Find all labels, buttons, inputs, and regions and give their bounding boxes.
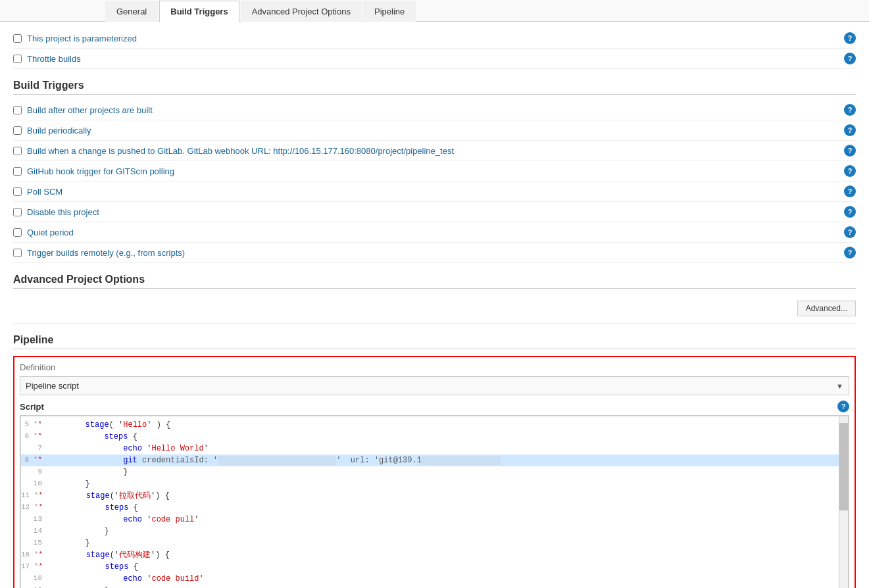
- script-label-row: Script ?: [20, 401, 849, 412]
- code-line-17: 17 * steps {: [21, 561, 848, 573]
- line-num-13: 13: [21, 514, 47, 525]
- code-line-8: 8 * git credentialsId: '' url: 'git@139.…: [21, 454, 848, 466]
- checkbox-disable: Disable this project ?: [13, 202, 856, 222]
- advanced-button[interactable]: Advanced...: [797, 301, 856, 316]
- code-line-12: 12 * steps {: [21, 502, 848, 514]
- checkbox-parameterized: This project is parameterized ?: [13, 28, 856, 49]
- tab-advanced-project-options[interactable]: Advanced Project Options: [241, 1, 362, 22]
- trigger-remote-label[interactable]: Trigger builds remotely (e.g., from scri…: [27, 248, 185, 258]
- github-hook-help-icon[interactable]: ?: [844, 165, 856, 177]
- line-num-11: 11 *: [21, 490, 48, 501]
- code-editor-container: 5 * stage( 'Hello' ) { 6 * steps { 7 ech…: [20, 415, 849, 588]
- poll-scm-label[interactable]: Poll SCM: [27, 187, 62, 197]
- code-line-16: 16 * stage('代码构建') {: [21, 549, 848, 561]
- code-line-13: 13 echo 'code pull': [21, 514, 848, 526]
- throttle-help-icon[interactable]: ?: [844, 53, 856, 64]
- parameterized-checkbox[interactable]: [13, 34, 22, 43]
- code-line-15: 15 }: [21, 537, 848, 549]
- tab-general[interactable]: General: [105, 1, 158, 22]
- tab-bar: General Build Triggers Advanced Project …: [0, 0, 869, 22]
- definition-label: Definition: [20, 362, 55, 372]
- script-help-icon[interactable]: ?: [837, 401, 849, 412]
- quiet-period-label[interactable]: Quiet period: [27, 228, 74, 237]
- code-line-19: 19 }: [21, 585, 848, 588]
- quiet-period-checkbox[interactable]: [13, 228, 22, 237]
- build-periodically-checkbox[interactable]: [13, 126, 22, 135]
- checkbox-poll-scm: Poll SCM ?: [13, 182, 856, 202]
- disable-project-checkbox[interactable]: [13, 208, 22, 216]
- checkbox-throttle: Throttle builds ?: [13, 49, 856, 69]
- build-after-label[interactable]: Build after other projects are built: [27, 105, 153, 115]
- advanced-options-row: Advanced...: [13, 294, 856, 324]
- throttle-checkbox[interactable]: [13, 55, 22, 63]
- github-hook-label[interactable]: GitHub hook trigger for GITScm polling: [27, 166, 174, 176]
- code-line-11: 11 * stage('拉取代码') {: [21, 490, 848, 502]
- line-num-16: 16 *: [21, 549, 48, 560]
- code-editor[interactable]: 5 * stage( 'Hello' ) { 6 * steps { 7 ech…: [20, 416, 849, 588]
- line-num-12: 12 *: [21, 502, 48, 513]
- gitlab-push-label[interactable]: Build when a change is pushed to GitLab.…: [27, 146, 454, 156]
- code-line-14: 14 }: [21, 526, 848, 537]
- disable-project-label[interactable]: Disable this project: [27, 207, 99, 217]
- code-line-10: 10 }: [21, 478, 848, 490]
- line-num-15: 15: [21, 537, 47, 549]
- line-num-7: 7: [21, 443, 47, 454]
- line-num-6: 6 *: [21, 431, 47, 442]
- script-definition-dropdown-row: ▼: [20, 376, 849, 395]
- scrollbar-thumb[interactable]: [839, 423, 848, 510]
- build-after-help-icon[interactable]: ?: [844, 104, 856, 116]
- poll-scm-help-icon[interactable]: ?: [844, 185, 856, 197]
- poll-scm-checkbox[interactable]: [13, 187, 22, 196]
- line-num-10: 10: [21, 478, 47, 489]
- code-line-9: 9 }: [21, 466, 848, 478]
- line-num-19: 19: [21, 585, 47, 588]
- line-num-18: 18: [21, 573, 47, 584]
- line-num-5: 5 *: [21, 419, 47, 430]
- main-content: This project is parameterized ? Throttle…: [0, 22, 869, 588]
- checkbox-build-periodically: Build periodically ?: [13, 120, 856, 141]
- checkbox-github-hook: GitHub hook trigger for GITScm polling ?: [13, 161, 856, 182]
- parameterized-label[interactable]: This project is parameterized: [27, 34, 137, 43]
- gitlab-push-help-icon[interactable]: ?: [844, 145, 856, 157]
- code-editor-scrollbar[interactable]: [839, 416, 848, 588]
- tab-pipeline[interactable]: Pipeline: [363, 1, 416, 22]
- checkbox-trigger-remote: Trigger builds remotely (e.g., from scri…: [13, 243, 856, 263]
- dropdown-arrow-icon: ▼: [831, 382, 849, 390]
- tab-build-triggers[interactable]: Build Triggers: [159, 1, 239, 22]
- build-triggers-heading: Build Triggers: [13, 80, 856, 95]
- advanced-project-options-heading: Advanced Project Options: [13, 274, 856, 289]
- parameterized-help-icon[interactable]: ?: [844, 32, 856, 44]
- line-num-8: 8 *: [21, 454, 47, 466]
- throttle-label[interactable]: Throttle builds: [27, 54, 81, 64]
- script-definition-select[interactable]: [20, 377, 831, 395]
- code-line-6: 6 * steps {: [21, 431, 848, 443]
- code-line-7: 7 echo 'Hello World': [21, 443, 848, 454]
- script-label: Script: [20, 402, 44, 412]
- build-periodically-help-icon[interactable]: ?: [844, 124, 856, 136]
- checkbox-build-after: Build after other projects are built ?: [13, 100, 856, 120]
- gitlab-push-checkbox[interactable]: [13, 147, 22, 155]
- disable-project-help-icon[interactable]: ?: [844, 206, 856, 218]
- line-num-17: 17 *: [21, 561, 48, 572]
- page-wrapper: General Build Triggers Advanced Project …: [0, 0, 869, 588]
- pipeline-highlight-box: Definition ▼ Script ? 5 *: [13, 356, 856, 588]
- code-line-5: 5 * stage( 'Hello' ) {: [21, 419, 848, 431]
- line-num-14: 14: [21, 526, 47, 537]
- quiet-period-help-icon[interactable]: ?: [844, 226, 856, 238]
- checkbox-quiet-period: Quiet period ?: [13, 222, 856, 243]
- trigger-remote-help-icon[interactable]: ?: [844, 247, 856, 258]
- trigger-remote-checkbox[interactable]: [13, 249, 22, 257]
- line-num-9: 9: [21, 466, 47, 478]
- pipeline-heading: Pipeline: [13, 334, 856, 349]
- build-periodically-label[interactable]: Build periodically: [27, 126, 91, 135]
- github-hook-checkbox[interactable]: [13, 167, 22, 176]
- code-line-18: 18 echo 'code build': [21, 573, 848, 585]
- build-after-checkbox[interactable]: [13, 106, 22, 114]
- checkbox-gitlab-push: Build when a change is pushed to GitLab.…: [13, 141, 856, 161]
- pipeline-section: Pipeline Definition ▼ Script ?: [13, 334, 856, 588]
